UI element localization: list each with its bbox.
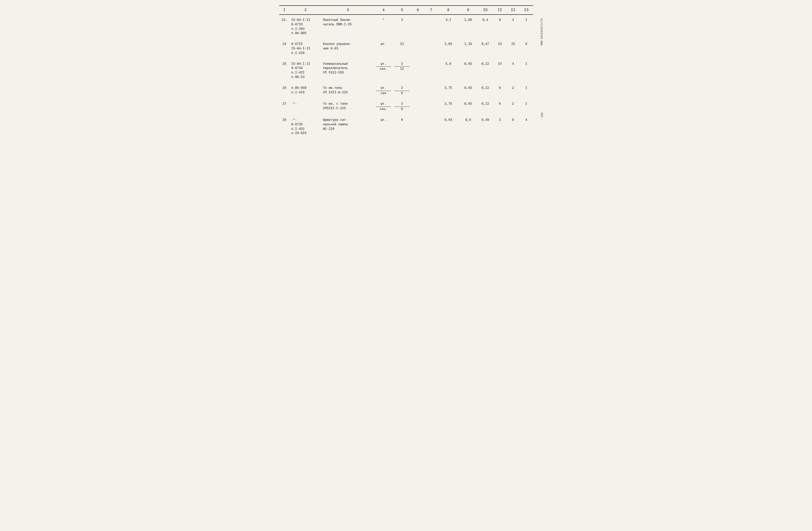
row23-col2: I5-04-I-II 8-67IO п.I-383 п.06-005 <box>290 15 321 39</box>
row26-col12: 2 <box>506 83 520 99</box>
row25-col4: шт. сек. <box>374 59 393 83</box>
header-col2: 2 <box>290 5 321 15</box>
row27-col4: шт. сек. <box>374 99 393 115</box>
row26-col2: п.06-6S9 п.I-4I9 <box>290 83 321 99</box>
row23-col1: 23. <box>279 15 290 39</box>
row28-col10: 0,49 <box>477 115 493 139</box>
row23-col10: 0,4 <box>477 15 493 39</box>
row25-col1: 25 <box>279 59 290 83</box>
table-row: 27 -"- То же, с типеУП53II-С-225 шт. сек… <box>279 99 533 115</box>
header-col9: 9 <box>459 5 477 15</box>
header-col4: 4 <box>374 5 393 15</box>
row25-col8: 5,0 <box>438 59 459 83</box>
row27-col13: I <box>520 99 533 115</box>
row23-col12: 3 <box>506 15 520 39</box>
row25-col13: I <box>520 59 533 83</box>
row23-col4: " <box>374 15 393 39</box>
row24-col6 <box>411 39 424 58</box>
row27-col12: 2 <box>506 99 520 115</box>
row28-col11: 3 <box>493 115 506 139</box>
row24-col10: 0,47 <box>477 39 493 58</box>
row24-col5: I2 <box>393 39 411 58</box>
row25-col9: 0,93 <box>459 59 477 83</box>
row28-col9: 0,9 <box>459 115 477 139</box>
side-label-top: ПМИ 3321323171/76 <box>540 18 543 45</box>
row28-col8: 0,93 <box>438 115 459 139</box>
row25-col7 <box>424 59 438 83</box>
row27-col8: 2,75 <box>438 99 459 115</box>
side-label-bottom: -168- <box>541 111 543 119</box>
row27-col7 <box>424 99 438 115</box>
row26-col5: 3 6 <box>393 83 411 99</box>
row23-col5: 3 <box>393 15 411 39</box>
header-col11: II <box>493 5 506 15</box>
row23-col3: Пакетный биклю-чатель ПВМ-I-IO <box>321 15 374 39</box>
row23-col7 <box>424 15 438 39</box>
row27-col5: 3 6 <box>393 99 411 115</box>
table-row: 25 I5-04-I-II 8-6734 п.I-42I п.06-53 Уни… <box>279 59 533 83</box>
row26-col3: То же,типаУП 53II-А-225 <box>321 83 374 99</box>
table-row: 23. I5-04-I-II 8-67IO п.I-383 п.06-005 П… <box>279 15 533 39</box>
row28-col1: 28 <box>279 115 290 139</box>
header-col12: I2 <box>506 5 520 15</box>
row27-col10: 0,I2 <box>477 99 493 115</box>
row28-col2: -"- 8-6735 п.I-452 п.I9-0I6 <box>290 115 321 139</box>
row26-col9: 0,93 <box>459 83 477 99</box>
header-col3: 3 <box>321 5 374 15</box>
row24-col12: I5 <box>506 39 520 58</box>
row24-col3: Кнопки управле-ния К-03 <box>321 39 374 58</box>
row23-col13: I <box>520 15 533 39</box>
row25-col5: 3 I2 <box>393 59 411 83</box>
row28-col6 <box>411 115 424 139</box>
row28-col4: шт. <box>374 115 393 139</box>
header-col6: 6 <box>411 5 424 15</box>
row25-col11: IV <box>493 59 506 83</box>
header-col8: 8 <box>438 5 459 15</box>
row26-col8: 3,75 <box>438 83 459 99</box>
row27-col1: 27 <box>279 99 290 115</box>
header-col10: IO <box>477 5 493 15</box>
row27-col3: То же, с типеУП53II-С-225 <box>321 99 374 115</box>
row26-col4: шт. сек <box>374 83 393 99</box>
row24-col2: 8-67I5 I5-04-I-II п.I-4I8 <box>290 39 321 58</box>
row23-col9: I,09 <box>459 15 477 39</box>
row26-col10: 0,I2 <box>477 83 493 99</box>
header-col7: 7 <box>424 5 438 15</box>
row26-col13: I <box>520 83 533 99</box>
row23-col6 <box>411 15 424 39</box>
row23-col8: 3,I <box>438 15 459 39</box>
row24-col11: 25 <box>493 39 506 58</box>
row24-col8: 2,05 <box>438 39 459 58</box>
row27-col11: 8 <box>493 99 506 115</box>
table-row: 24 8-67I5 I5-04-I-II п.I-4I8 Кнопки упра… <box>279 39 533 58</box>
row25-col12: 4 <box>506 59 520 83</box>
header-col5: 5 <box>393 5 411 15</box>
row24-col1: 24 <box>279 39 290 58</box>
header-col1: I <box>279 5 290 15</box>
row25-col10: 0,I2 <box>477 59 493 83</box>
header-col13: I3 <box>520 5 533 15</box>
row26-col11: 8 <box>493 83 506 99</box>
row28-col13: 4 <box>520 115 533 139</box>
row26-col1: 26 <box>279 83 290 99</box>
main-table: I 2 3 4 5 6 7 8 9 IO II I2 I3 23. I5-04-… <box>279 5 533 139</box>
row24-col7 <box>424 39 438 58</box>
row25-col3: УниверсальныйпереключательУП 5312-С65 <box>321 59 374 83</box>
row23-col11: 9 <box>493 15 506 39</box>
row28-col12: 8 <box>506 115 520 139</box>
row27-col9: 0,93 <box>459 99 477 115</box>
row24-col13: 6 <box>520 39 533 58</box>
row24-col4: шт. <box>374 39 393 58</box>
row26-col6 <box>411 83 424 99</box>
row24-col9: I,33 <box>459 39 477 58</box>
row25-col2: I5-04-I-II 8-6734 п.I-42I п.06-53 <box>290 59 321 83</box>
table-row: 28 -"- 8-6735 п.I-452 п.I9-0I6 Арматура … <box>279 115 533 139</box>
table-row: 26 п.06-6S9 п.I-4I9 То же,типаУП 53II-А-… <box>279 83 533 99</box>
row28-col7 <box>424 115 438 139</box>
row25-col6 <box>411 59 424 83</box>
row27-col6 <box>411 99 424 115</box>
row28-col5: 9 <box>393 115 411 139</box>
row27-col2: -"- <box>290 99 321 115</box>
row28-col3: Арматура сиг-нальной лампыАС-220 <box>321 115 374 139</box>
row26-col7 <box>424 83 438 99</box>
